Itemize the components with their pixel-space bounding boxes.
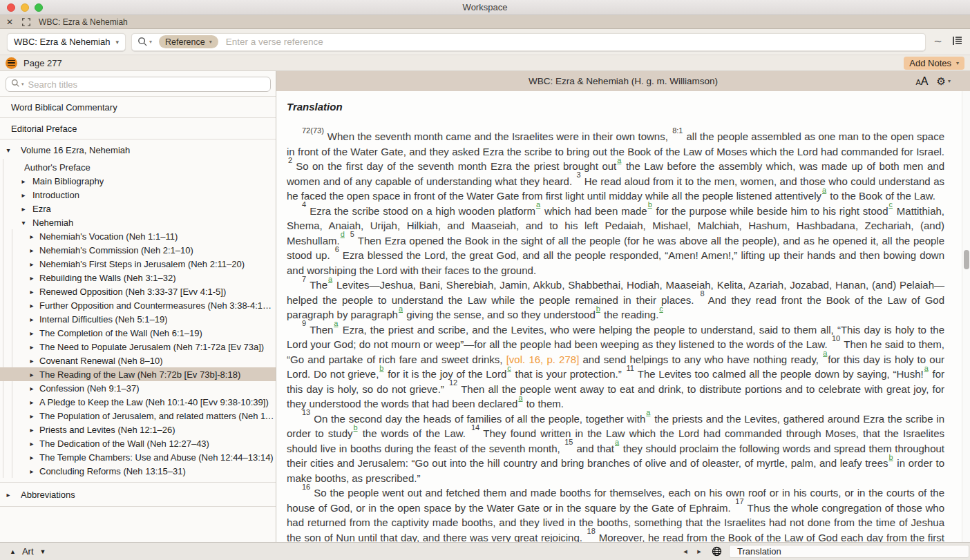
footnote-link[interactable]: b [889,453,893,461]
previous-section-icon[interactable]: ◂ [678,547,692,556]
footnote-link[interactable]: b [596,305,600,313]
disclosure-right-icon[interactable]: ▸ [19,191,28,199]
disclosure-down-icon[interactable]: ▾ [19,219,28,226]
toc-item[interactable]: ▸Renewed Opposition (Neh 3:33-37 [Evv 4:… [0,284,276,298]
footnote-link[interactable]: c [889,200,893,209]
toc-item[interactable]: ▸Introduction [0,188,276,202]
footnote-link[interactable]: a [536,200,540,209]
toc-item[interactable]: ▸Ezra [0,202,276,215]
toc-item[interactable]: ▸Further Opposition and Countermeasures … [0,298,276,312]
module-selector-button[interactable]: WBC: Ezra & Nehemiah ▾ [7,33,126,51]
footnote-link[interactable]: c [507,364,511,372]
toc-item[interactable]: ▸The Population of Jerusalem, and relate… [0,409,276,423]
footnote-link[interactable]: a [823,349,827,357]
toc-item[interactable]: ▸A Pledge to Keep the Law (Neh 10:1-40 [… [0,395,276,409]
footnote-link[interactable]: a [646,408,650,416]
scrollbar-thumb[interactable] [964,250,969,269]
disclosure-right-icon[interactable]: ▸ [28,343,36,351]
toc-item[interactable]: ▾Nehemiah [0,215,276,229]
vertical-scrollbar[interactable] [962,91,970,542]
toc-item[interactable]: ▸Main Bibliography [0,174,276,188]
disclosure-right-icon[interactable]: ▸ [28,371,36,378]
disclosure-right-icon[interactable]: ▸ [28,385,36,392]
disclosure-right-icon[interactable]: ▸ [28,426,36,434]
footnote-link[interactable]: c [659,305,663,313]
disclosure-right-icon[interactable]: ▸ [28,247,36,254]
toc-item[interactable]: ▾Volume 16 Ezra, Nehemiah [0,139,276,160]
tab-title[interactable]: WBC: Ezra & Nehemiah [39,17,128,27]
search-scope-pill[interactable]: Reference ▾ [159,35,218,48]
chevron-down-icon[interactable]: ▼ [40,548,46,555]
footnote-link[interactable]: a [399,305,403,313]
toc-item[interactable]: Author's Preface [0,160,276,174]
search-options-chevron-icon[interactable]: ▾ [149,39,152,45]
toc-item[interactable]: ▸The Completion of the Wall (Neh 6:1–19) [0,326,276,340]
language-globe-icon[interactable] [712,546,722,557]
page-contents-icon[interactable] [6,57,17,69]
toc-item[interactable]: ▸Nehemiah's Vocation (Neh 1:1–11) [0,229,276,243]
disclosure-right-icon[interactable]: ▸ [28,274,36,282]
disclosure-right-icon[interactable]: ▸ [28,454,36,461]
verse-search-field[interactable]: ▾ Reference ▾ [131,33,926,51]
expand-tab-icon[interactable] [22,18,30,26]
gear-icon[interactable]: ⚙▾ [937,75,951,88]
disclosure-down-icon[interactable]: ▾ [4,146,12,154]
footnote-link[interactable]: a [328,275,332,283]
footnote-link[interactable]: d [341,230,345,238]
toc-item[interactable]: ▸Confession (Neh 9:1–37) [0,381,276,395]
search-icon[interactable] [137,37,148,47]
toc-item[interactable]: ▸Nehemiah's Commission (Neh 2:1–10) [0,243,276,257]
disclosure-right-icon[interactable]: ▸ [28,467,36,475]
next-section-icon[interactable]: ▸ [692,547,706,556]
toc-item[interactable]: Word Biblical Commentary [0,97,276,117]
text-size-button[interactable]: AA [916,76,929,87]
toc-item[interactable]: ▸Abbreviations [0,483,276,506]
toc-item[interactable]: ▸The Reading of the Law (Neh 7:72b [Ev 7… [0,367,276,381]
disclosure-right-icon[interactable]: ▸ [28,316,36,323]
disclosure-right-icon[interactable]: ▸ [19,177,28,185]
footnote-link[interactable]: a [334,319,338,327]
disclosure-right-icon[interactable]: ▸ [28,288,36,296]
disclosure-right-icon[interactable]: ▸ [28,357,36,365]
footnote-link[interactable]: a [924,364,929,372]
footnote-link[interactable]: b [353,423,357,432]
toc-item[interactable]: ▸The Need to Populate Jerusalem (Neh 7:1… [0,340,276,354]
current-section-field[interactable]: Translation [729,545,969,558]
toc-item[interactable]: ▸Rebuilding the Walls (Neh 3:1–32) [0,271,276,284]
page-reference-link[interactable]: [vol. 16, p. 278] [506,354,580,365]
toc-item-label: Priests and Levites (Neh 12:1–26) [39,425,175,435]
footnote-link[interactable]: b [379,364,383,372]
disclosure-right-icon[interactable]: ▸ [28,329,36,337]
sidebar-search-box[interactable]: ▾ [6,77,271,92]
collapse-up-icon[interactable]: ▲ [10,548,16,555]
footnote-link[interactable]: b [648,200,652,209]
title-search-input[interactable] [27,79,265,90]
toc-item[interactable]: ▸Nehemiah's First Steps in Jerusalem (Ne… [0,257,276,271]
toc-item[interactable]: ▸The Dedication of the Wall (Neh 12:27–4… [0,436,276,450]
toc-item[interactable]: Editorial Preface [0,118,276,139]
translation-paragraphs: 72(73)When the seventh month came and th… [287,129,944,542]
toc-item[interactable]: ▸Priests and Levites (Neh 12:1–26) [0,423,276,436]
disclosure-right-icon[interactable]: ▸ [28,233,36,240]
toc-item[interactable]: ▸Concluding Reforms (Neh 13:15–31) [0,464,276,478]
add-notes-button[interactable]: Add Notes ▾ [904,57,964,70]
disclosure-right-icon[interactable]: ▸ [19,205,28,213]
toc-item[interactable]: ▸The Temple Chambers: Use and Abuse (Neh… [0,450,276,464]
contents-list-icon[interactable] [952,35,963,49]
close-tab-icon[interactable]: ✕ [6,18,13,26]
art-label[interactable]: Art [22,546,34,557]
toc-item[interactable]: ▸Covenant Renewal (Neh 8–10) [0,354,276,367]
toc-item[interactable]: ▸Internal Difficulties (Neh 5:1–19) [0,312,276,326]
footnote-link[interactable]: a [615,438,619,446]
disclosure-right-icon[interactable]: ▸ [28,398,36,406]
disclosure-right-icon[interactable]: ▸ [4,491,12,499]
disclosure-right-icon[interactable]: ▸ [28,440,36,447]
disclosure-right-icon[interactable]: ▸ [28,302,36,309]
verse-reference-input[interactable] [225,36,920,48]
footnote-link[interactable]: a [617,156,621,164]
search-options-chevron-icon[interactable]: ▾ [21,81,24,87]
disclosure-right-icon[interactable]: ▸ [28,260,36,268]
disclosure-right-icon[interactable]: ▸ [28,412,36,420]
footnote-link[interactable]: a [822,186,826,194]
footnote-link[interactable]: a [518,394,522,402]
